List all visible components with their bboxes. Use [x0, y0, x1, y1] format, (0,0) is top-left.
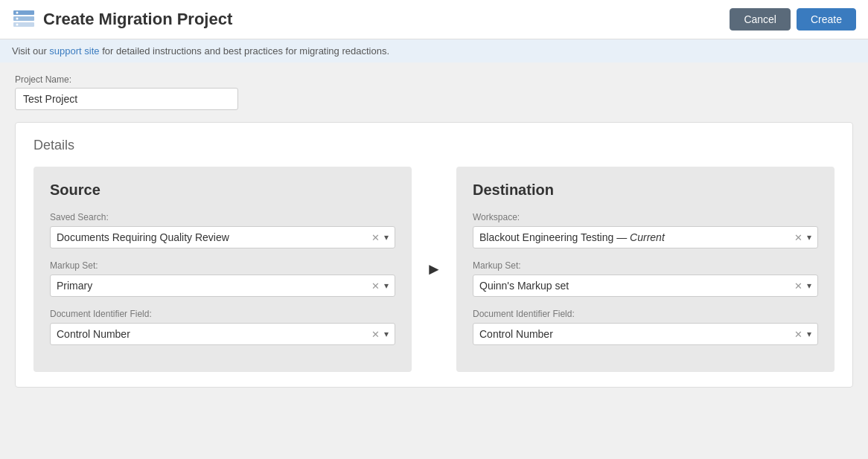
cancel-button[interactable]: Cancel — [730, 8, 791, 31]
subtitle-text-after: for detailed instructions and best pract… — [100, 45, 389, 57]
source-doc-identifier-label: Document Identifier Field: — [50, 309, 395, 319]
source-markup-set-controls: ✕ ▾ — [371, 280, 389, 292]
page-title: Create Migration Project — [43, 10, 232, 29]
details-card: Details Source Saved Search: Documents R… — [15, 122, 853, 388]
source-markup-set-chevron-icon[interactable]: ▾ — [384, 280, 389, 291]
subtitle-bar: Visit our support site for detailed inst… — [0, 39, 868, 62]
main-content: Project Name: Details Source Saved Searc… — [0, 62, 868, 459]
destination-markup-set-label: Markup Set: — [473, 260, 818, 271]
source-markup-set-group: Markup Set: Primary ✕ ▾ — [50, 260, 395, 297]
details-title: Details — [33, 138, 835, 153]
destination-markup-set-chevron-icon[interactable]: ▾ — [807, 280, 811, 291]
destination-workspace-clear-icon[interactable]: ✕ — [794, 232, 802, 243]
source-markup-set-select[interactable]: Primary ✕ ▾ — [50, 275, 395, 297]
source-saved-search-clear-icon[interactable]: ✕ — [371, 232, 380, 243]
source-doc-identifier-chevron-icon[interactable]: ▾ — [384, 329, 389, 339]
source-saved-search-chevron-icon[interactable]: ▾ — [384, 232, 389, 243]
source-doc-identifier-select[interactable]: Control Number ✕ ▾ — [50, 323, 395, 345]
destination-doc-identifier-select[interactable]: Control Number ✕ ▾ — [473, 323, 818, 345]
svg-point-4 — [16, 18, 19, 20]
destination-panel: Destination Workspace: Blackout Engineer… — [456, 167, 835, 372]
page-container: Create Migration Project Cancel Create V… — [0, 0, 868, 459]
destination-markup-set-controls: ✕ ▾ — [794, 280, 811, 292]
source-markup-set-value: Primary — [57, 280, 371, 292]
source-saved-search-group: Saved Search: Documents Requiring Qualit… — [50, 212, 395, 248]
arrow-container: ► — [412, 260, 456, 279]
source-markup-set-label: Markup Set: — [50, 260, 395, 271]
source-saved-search-select[interactable]: Documents Requiring Quality Review ✕ ▾ — [50, 226, 395, 248]
header-actions: Cancel Create — [730, 8, 856, 31]
project-name-input[interactable] — [15, 88, 238, 110]
destination-doc-identifier-chevron-icon[interactable]: ▾ — [807, 329, 811, 339]
destination-workspace-group: Workspace: Blackout Engineering Testing … — [473, 212, 818, 248]
destination-doc-identifier-value: Control Number — [479, 328, 794, 340]
destination-markup-set-group: Markup Set: Quinn's Markup set ✕ ▾ — [473, 260, 818, 297]
source-saved-search-controls: ✕ ▾ — [371, 232, 389, 243]
direction-arrow-icon: ► — [426, 260, 442, 279]
project-name-label: Project Name: — [15, 74, 853, 85]
destination-workspace-value: Blackout Engineering Testing — Current — [479, 231, 794, 243]
destination-markup-set-value: Quinn's Markup set — [479, 280, 794, 292]
source-saved-search-label: Saved Search: — [50, 212, 395, 222]
source-doc-identifier-controls: ✕ ▾ — [371, 329, 389, 340]
source-saved-search-value: Documents Requiring Quality Review — [57, 231, 371, 243]
source-doc-identifier-value: Control Number — [57, 328, 371, 340]
destination-doc-identifier-group: Document Identifier Field: Control Numbe… — [473, 309, 818, 345]
destination-title: Destination — [473, 182, 818, 199]
destination-doc-identifier-label: Document Identifier Field: — [473, 309, 818, 319]
source-dest-row: Source Saved Search: Documents Requiring… — [33, 167, 835, 372]
destination-doc-identifier-clear-icon[interactable]: ✕ — [794, 329, 802, 340]
destination-workspace-select[interactable]: Blackout Engineering Testing — Current ✕… — [473, 226, 818, 248]
source-doc-identifier-clear-icon[interactable]: ✕ — [371, 329, 380, 340]
svg-point-3 — [16, 12, 19, 14]
destination-workspace-label: Workspace: — [473, 212, 818, 222]
destination-workspace-controls: ✕ ▾ — [794, 232, 811, 243]
source-panel: Source Saved Search: Documents Requiring… — [33, 167, 412, 372]
destination-markup-set-select[interactable]: Quinn's Markup set ✕ ▾ — [473, 275, 818, 297]
support-site-link[interactable]: support site — [49, 45, 99, 57]
destination-markup-set-clear-icon[interactable]: ✕ — [794, 280, 802, 292]
svg-point-5 — [16, 24, 19, 26]
source-title: Source — [50, 182, 395, 199]
header: Create Migration Project Cancel Create — [0, 0, 868, 39]
header-left: Create Migration Project — [12, 7, 232, 31]
create-button[interactable]: Create — [797, 8, 856, 31]
destination-doc-identifier-controls: ✕ ▾ — [794, 329, 811, 340]
subtitle-text-before: Visit our — [12, 45, 49, 57]
destination-workspace-chevron-icon[interactable]: ▾ — [807, 232, 811, 243]
source-doc-identifier-group: Document Identifier Field: Control Numbe… — [50, 309, 395, 345]
source-markup-set-clear-icon[interactable]: ✕ — [371, 280, 380, 292]
migration-icon — [12, 7, 36, 31]
